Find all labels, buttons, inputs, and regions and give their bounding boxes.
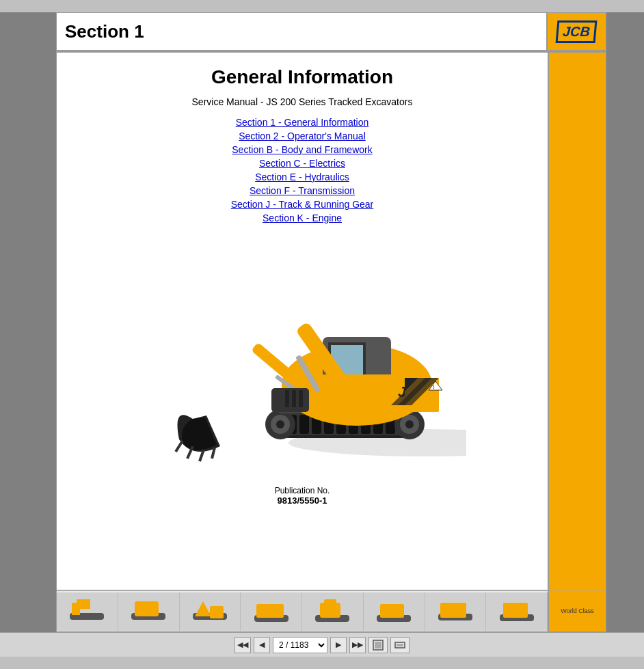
svg-rect-59 [256, 604, 284, 618]
right-margin [606, 12, 644, 632]
svg-rect-24 [328, 342, 366, 345]
thumb-5[interactable] [302, 592, 364, 631]
thumb-4[interactable] [241, 592, 302, 631]
toc-link-1[interactable]: Section 1 - General Information [236, 117, 369, 128]
main-wrapper: Section 1 JCB General Information Servic… [0, 12, 644, 632]
svg-rect-52 [77, 599, 90, 609]
svg-rect-44 [292, 390, 296, 407]
svg-rect-57 [210, 606, 224, 618]
left-margin [0, 12, 56, 632]
thumb-6[interactable] [364, 592, 425, 631]
section-title-area: Section 1 [57, 13, 548, 50]
toc-link-2[interactable]: Section 2 - Operator's Manual [239, 131, 366, 141]
toc-link-7[interactable]: Section J - Track & Running Gear [231, 199, 374, 210]
toc-link-4[interactable]: Section C - Electrics [259, 158, 345, 169]
nav-bar: ◀◀ ◀ 2 / 1183 ▶ ▶▶ [0, 632, 644, 657]
toc-link-5[interactable]: Section E - Hydraulics [255, 172, 349, 182]
prev-page-button[interactable]: ◀ [254, 637, 270, 653]
thumb-3[interactable] [180, 592, 241, 631]
doc-content-inner: General Information Service Manual - JS … [57, 53, 606, 590]
document-area: Section 1 JCB General Information Servic… [56, 12, 606, 632]
svg-rect-70 [375, 642, 381, 648]
thumbnail-strip-row: World Class [57, 590, 606, 631]
svg-rect-64 [380, 604, 404, 618]
svg-rect-66 [440, 603, 466, 618]
toc-links: Section 1 - General Information Section … [77, 117, 527, 223]
thumb-1[interactable] [57, 592, 118, 631]
section-header: Section 1 JCB [57, 13, 606, 51]
page-select[interactable]: 2 / 1183 [273, 637, 327, 653]
bottom-orange-sidebar: World Class [548, 590, 606, 631]
svg-rect-62 [324, 599, 336, 607]
fit-width-button[interactable] [390, 637, 410, 653]
next-page-button[interactable]: ▶ [330, 637, 347, 653]
svg-marker-56 [195, 601, 211, 616]
doc-content-wrapper: General Information Service Manual - JS … [57, 53, 606, 631]
toc-link-8[interactable]: Section K - Engine [263, 213, 342, 223]
svg-rect-72 [397, 644, 403, 646]
pub-number: 9813/5550-1 [77, 495, 527, 506]
first-page-button[interactable]: ◀◀ [234, 637, 251, 653]
pub-label: Publication No. [77, 486, 527, 495]
bottom-bar [0, 657, 644, 669]
doc-sidebar [548, 53, 606, 590]
world-class-label: World Class [559, 606, 595, 616]
fit-page-button[interactable] [368, 637, 388, 653]
thumb-7[interactable] [425, 592, 487, 631]
toc-link-6[interactable]: Section F - Transmission [250, 185, 355, 196]
svg-rect-43 [285, 390, 289, 407]
thumb-8[interactable] [486, 592, 548, 631]
section-title: Section 1 [65, 21, 144, 42]
svg-rect-42 [271, 388, 309, 412]
thumbnail-strip [57, 590, 548, 631]
publication-area: Publication No. 9813/5550-1 [77, 480, 527, 508]
svg-rect-5 [299, 415, 309, 434]
jcb-logo: JCB [556, 21, 598, 43]
excavator-image: JCB [138, 241, 466, 474]
svg-rect-68 [503, 603, 528, 618]
svg-rect-54 [135, 601, 159, 616]
toc-link-3[interactable]: Section B - Body and Framework [232, 144, 372, 155]
top-bar [0, 0, 644, 12]
svg-line-36 [176, 441, 183, 452]
svg-rect-45 [299, 390, 303, 407]
last-page-button[interactable]: ▶▶ [349, 637, 366, 653]
doc-body: General Information Service Manual - JS … [57, 53, 548, 590]
doc-title: General Information [77, 66, 527, 88]
svg-rect-26 [363, 342, 366, 379]
svg-point-19 [276, 420, 284, 428]
doc-subtitle: Service Manual - JS 200 Series Tracked E… [77, 96, 527, 107]
svg-text:!: ! [433, 384, 435, 390]
svg-point-16 [405, 420, 414, 428]
excavator-container: JCB [77, 234, 527, 480]
thumb-2[interactable] [118, 592, 180, 631]
jcb-logo-area: JCB [548, 13, 606, 50]
